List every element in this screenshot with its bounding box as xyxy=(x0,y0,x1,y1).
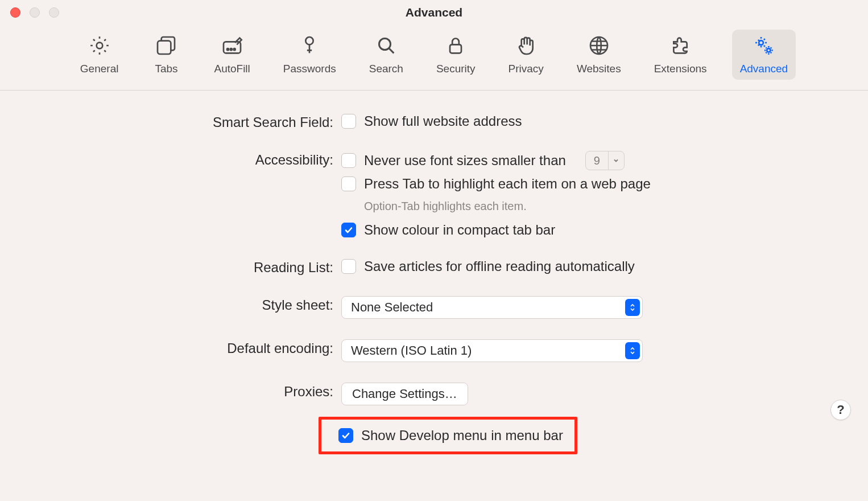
content-area: Smart Search Field: Show full website ad… xyxy=(0,91,868,466)
tab-security[interactable]: Security xyxy=(428,30,483,80)
save-offline-checkbox[interactable] xyxy=(341,259,356,274)
globe-icon xyxy=(588,34,610,59)
key-icon xyxy=(298,34,321,59)
never-smaller-text: Never use font sizes smaller than xyxy=(364,153,566,169)
hand-icon xyxy=(515,34,538,59)
show-colour-text: Show colour in compact tab bar xyxy=(364,222,555,238)
reading-list-label: Reading List: xyxy=(34,258,341,276)
style-sheet-select[interactable]: None Selected xyxy=(341,296,643,319)
tabs-icon xyxy=(155,34,177,59)
window-close-button[interactable] xyxy=(10,7,20,18)
style-sheet-label: Style sheet: xyxy=(34,296,341,313)
help-button[interactable]: ? xyxy=(830,400,851,420)
help-text: ? xyxy=(837,403,844,417)
tab-label: General xyxy=(80,63,119,75)
tab-websites[interactable]: Websites xyxy=(569,30,629,80)
tab-label: Tabs xyxy=(155,63,177,75)
updown-arrows-icon xyxy=(625,342,640,359)
tab-passwords[interactable]: Passwords xyxy=(275,30,344,80)
svg-point-11 xyxy=(767,48,770,52)
svg-point-4 xyxy=(230,48,232,50)
never-smaller-checkbox[interactable] xyxy=(341,153,356,168)
window-minimize-button[interactable] xyxy=(30,7,40,18)
smart-search-label: Smart Search Field: xyxy=(34,113,341,130)
svg-point-0 xyxy=(96,43,102,49)
style-sheet-value: None Selected xyxy=(351,300,433,315)
save-offline-text: Save articles for offline reading automa… xyxy=(364,258,635,274)
show-develop-checkbox[interactable] xyxy=(338,428,353,443)
accessibility-label: Accessibility: xyxy=(34,151,341,168)
change-settings-text: Change Settings… xyxy=(352,387,457,401)
pencil-card-icon xyxy=(221,34,243,59)
svg-point-10 xyxy=(759,40,763,45)
show-colour-checkbox[interactable] xyxy=(341,223,356,237)
show-full-address-checkbox[interactable] xyxy=(341,114,356,129)
default-encoding-select[interactable]: Western (ISO Latin 1) xyxy=(341,339,643,362)
chevron-down-icon[interactable] xyxy=(608,151,624,170)
default-encoding-value: Western (ISO Latin 1) xyxy=(351,343,472,358)
titlebar: Advanced xyxy=(0,0,868,25)
tab-search[interactable]: Search xyxy=(361,30,411,80)
tab-autofill[interactable]: AutoFill xyxy=(206,30,258,80)
svg-rect-1 xyxy=(158,41,171,54)
tab-label: Search xyxy=(369,63,403,75)
svg-point-7 xyxy=(379,39,390,50)
tab-privacy[interactable]: Privacy xyxy=(501,30,552,80)
preferences-toolbar: General Tabs AutoFill Passwords Search S… xyxy=(0,25,868,91)
show-develop-text: Show Develop menu in menu bar xyxy=(361,428,563,443)
tab-label: AutoFill xyxy=(214,63,250,75)
option-tab-hint: Option-Tab highlights each item. xyxy=(364,198,651,213)
tab-extensions[interactable]: Extensions xyxy=(646,30,715,80)
tab-label: Websites xyxy=(577,63,621,75)
gear-icon xyxy=(88,34,111,59)
lock-icon xyxy=(444,34,467,59)
tab-label: Privacy xyxy=(509,63,544,75)
svg-point-3 xyxy=(227,48,229,50)
develop-highlight: Show Develop menu in menu bar xyxy=(319,417,577,454)
traffic-lights xyxy=(0,7,59,18)
updown-arrows-icon xyxy=(625,299,640,316)
window-title: Advanced xyxy=(0,6,868,19)
press-tab-text: Press Tab to highlight each item on a we… xyxy=(364,176,651,192)
tab-label: Advanced xyxy=(740,63,788,75)
tab-label: Passwords xyxy=(283,63,336,75)
gears-icon xyxy=(753,34,775,59)
tab-tabs[interactable]: Tabs xyxy=(143,30,189,80)
proxies-label: Proxies: xyxy=(34,383,341,400)
window-zoom-button[interactable] xyxy=(49,7,59,18)
default-encoding-label: Default encoding: xyxy=(34,339,341,356)
change-settings-button[interactable]: Change Settings… xyxy=(341,383,468,405)
search-icon xyxy=(375,34,398,59)
svg-point-6 xyxy=(306,37,313,44)
svg-rect-8 xyxy=(450,44,461,53)
tab-advanced[interactable]: Advanced xyxy=(732,30,796,80)
tab-label: Security xyxy=(436,63,476,75)
font-size-stepper[interactable]: 9 xyxy=(585,151,625,170)
show-full-address-text: Show full website address xyxy=(364,113,522,129)
font-size-value: 9 xyxy=(586,154,608,167)
tab-general[interactable]: General xyxy=(72,30,127,80)
svg-point-5 xyxy=(234,48,235,50)
tab-label: Extensions xyxy=(654,63,707,75)
puzzle-icon xyxy=(669,34,692,59)
press-tab-checkbox[interactable] xyxy=(341,176,356,191)
